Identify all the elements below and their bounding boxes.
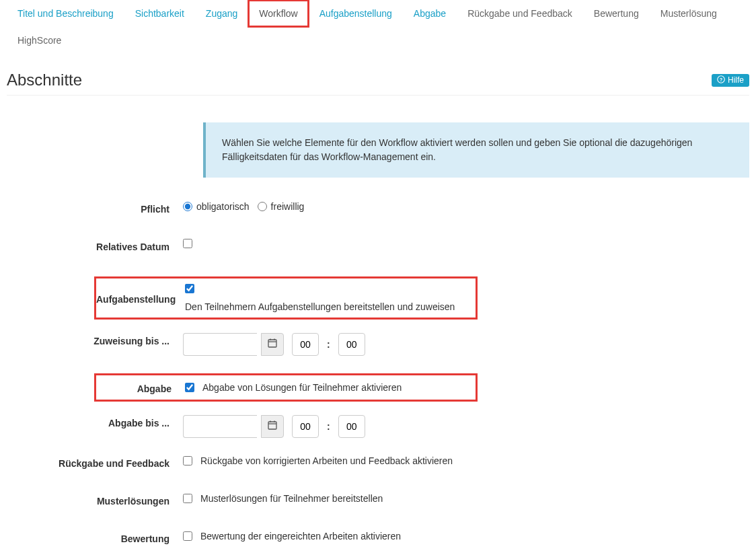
label-abgabe: Abgabe [96, 381, 185, 394]
help-icon: ? [717, 75, 725, 85]
row-abgabe-bis: Abgabe bis ... : [7, 415, 749, 438]
row-musterloesungen: Musterlösungen Musterlösungen für Teilne… [7, 493, 749, 513]
radio-freiwillig[interactable] [258, 202, 267, 211]
checkbox-abgabe[interactable] [185, 383, 194, 392]
tab-highscore[interactable]: HighScore [7, 27, 72, 54]
tab-musterloesung[interactable]: Musterlösung [650, 0, 728, 27]
label-bewertung: Bewertung [7, 531, 183, 544]
calendar-icon [268, 338, 277, 350]
date-group-abgabe [183, 415, 284, 438]
label-zuweisung-bis: Zuweisung bis ... [7, 333, 183, 346]
checkbox-bewertung[interactable] [183, 531, 192, 541]
svg-rect-2 [268, 340, 276, 347]
label-pflicht: Pflicht [7, 201, 183, 215]
date-group-zuweisung [183, 333, 284, 356]
label-musterloesungen: Musterlösungen [7, 493, 183, 507]
svg-text:?: ? [720, 77, 723, 83]
desc-rueckgabe: Rückgabe von korrigierten Arbeiten und F… [200, 455, 453, 466]
hour-input-zuweisung[interactable] [292, 333, 319, 356]
heading-row: Abschnitte ? Hilfe [7, 71, 749, 96]
row-bewertung: Bewertung Bewertung der eingereichten Ar… [7, 531, 749, 551]
hour-input-abgabe[interactable] [292, 415, 319, 438]
desc-musterloesungen: Musterlösungen für Teilnehmer bereitstel… [200, 493, 383, 504]
calendar-button-zuweisung[interactable] [261, 333, 284, 356]
label-aufgabenstellung: Aufgabenstellung [96, 291, 185, 305]
time-colon: : [327, 421, 330, 432]
desc-aufgabenstellung: Den Teilnehmern Aufgabenstellungen berei… [185, 301, 455, 312]
nav-tabs: Titel und Beschreibung Sichtbarkeit Zuga… [7, 0, 749, 54]
time-colon: : [327, 339, 330, 350]
svg-rect-6 [268, 422, 276, 429]
tab-aufgabenstellung[interactable]: Aufgabenstellung [309, 0, 403, 27]
minute-input-zuweisung[interactable] [338, 333, 365, 356]
row-zuweisung-bis: Zuweisung bis ... : [7, 333, 749, 356]
radio-obligatorisch-label: obligatorisch [196, 201, 250, 212]
label-rueckgabe: Rückgabe und Feedback [7, 455, 183, 469]
tab-sichtbarkeit[interactable]: Sichtbarkeit [124, 0, 195, 27]
checkbox-musterloesungen[interactable] [183, 494, 192, 503]
label-relatives-datum: Relatives Datum [7, 239, 183, 252]
page-title: Abschnitte [7, 71, 82, 89]
row-pflicht: Pflicht obligatorisch freiwillig [7, 201, 749, 221]
tab-zugang[interactable]: Zugang [195, 0, 248, 27]
checkbox-aufgabenstellung[interactable] [185, 284, 194, 293]
tab-rueckgabe[interactable]: Rückgabe und Feedback [457, 0, 583, 27]
date-input-abgabe[interactable] [183, 415, 257, 438]
help-label: Hilfe [728, 75, 744, 85]
calendar-icon [268, 420, 277, 433]
row-relatives-datum: Relatives Datum [7, 239, 749, 259]
desc-bewertung: Bewertung der eingereichten Arbeiten akt… [200, 531, 401, 542]
row-aufgabenstellung: Aufgabenstellung Den Teilnehmern Aufgabe… [7, 276, 749, 320]
label-abgabe-bis: Abgabe bis ... [7, 415, 183, 428]
tab-titel[interactable]: Titel und Beschreibung [7, 0, 124, 27]
checkbox-rueckgabe[interactable] [183, 456, 192, 465]
tab-workflow[interactable]: Workflow [248, 0, 308, 27]
radio-obligatorisch-wrap[interactable]: obligatorisch [183, 201, 250, 212]
row-abgabe: Abgabe Abgabe von Lösungen für Teilnehme… [7, 373, 749, 402]
radio-obligatorisch[interactable] [183, 202, 192, 211]
form-area: Wählen Sie welche Elemente für den Workf… [7, 122, 749, 559]
desc-abgabe: Abgabe von Lösungen für Teilnehmer aktiv… [202, 382, 402, 393]
tab-abgabe[interactable]: Abgabe [403, 0, 457, 27]
radio-freiwillig-wrap[interactable]: freiwillig [258, 201, 305, 212]
date-input-zuweisung[interactable] [183, 333, 257, 356]
calendar-button-abgabe[interactable] [261, 415, 284, 438]
row-rueckgabe: Rückgabe und Feedback Rückgabe von korri… [7, 455, 749, 476]
tab-bewertung[interactable]: Bewertung [583, 0, 650, 27]
help-button[interactable]: ? Hilfe [712, 74, 749, 87]
minute-input-abgabe[interactable] [338, 415, 365, 438]
info-box: Wählen Sie welche Elemente für den Workf… [203, 122, 749, 178]
radio-freiwillig-label: freiwillig [271, 201, 305, 212]
checkbox-relatives-datum[interactable] [183, 239, 192, 248]
